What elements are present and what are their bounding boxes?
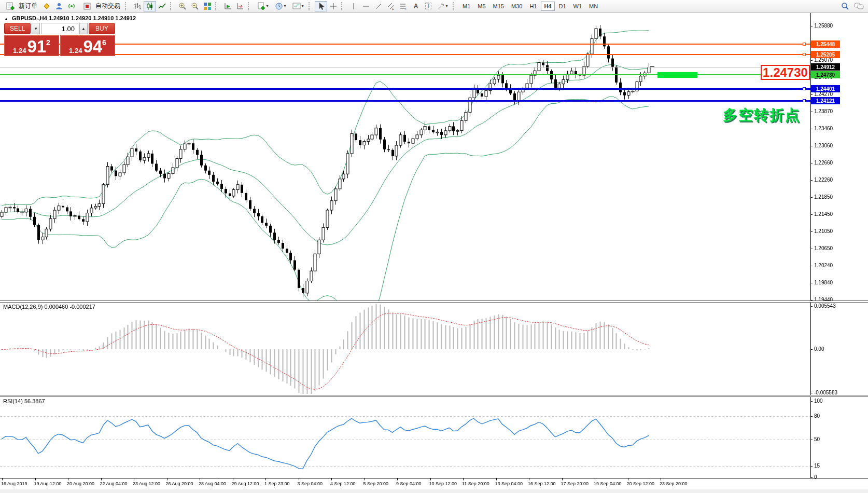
cursor-icon[interactable]	[315, 1, 327, 11]
ask-price-big: 94	[83, 39, 102, 54]
candlestick-chart-icon[interactable]	[144, 1, 156, 11]
time-axis-label: 16 Aug 2019	[1, 481, 27, 486]
tab-timeframe-H1[interactable]: H1	[526, 2, 540, 11]
price-tick-label: 1.23060	[814, 143, 833, 148]
svg-text:F: F	[405, 7, 407, 10]
bid-price-sup: 2	[46, 38, 50, 47]
tab-timeframe-M5[interactable]: M5	[474, 2, 488, 11]
rsi-axis-label: 80	[814, 413, 820, 419]
new-order-button[interactable]: 新订单	[1, 1, 40, 11]
tab-timeframe-W1[interactable]: W1	[570, 2, 585, 11]
tab-timeframe-M30[interactable]: M30	[508, 2, 525, 11]
bid-price-box[interactable]: 1.24 91 2	[4, 35, 59, 56]
periods-dropdown[interactable]: ▾	[272, 1, 289, 11]
auto-scroll-icon[interactable]	[221, 1, 234, 11]
fibonacci-icon[interactable]: F	[397, 1, 410, 11]
ask-price-box[interactable]: 1.24 94 6	[60, 35, 115, 56]
macd-axis-label: 0.00	[814, 346, 824, 352]
chart-profiles-icon[interactable]	[40, 1, 53, 11]
time-axis-label: 13 Sep 04:00	[495, 481, 523, 486]
symbol-period-label: GBPUSD-,H4	[12, 15, 47, 21]
tab-timeframe-H4[interactable]: H4	[541, 2, 554, 11]
price-line-badge: 1.25205	[811, 51, 840, 58]
arrows-dropdown[interactable]: ▾	[435, 1, 451, 11]
volume-input[interactable]	[41, 23, 78, 34]
time-axis-label: 20 Sep 12:00	[627, 481, 655, 486]
price-tick-label: 1.21050	[814, 228, 833, 234]
price-tick-label: 1.25880	[814, 23, 833, 29]
tile-windows-icon[interactable]	[201, 1, 214, 11]
rsi-label: RSI(14) 56.3867	[3, 398, 45, 404]
time-axis-label: 1 Sep 23:00	[264, 481, 290, 486]
tab-timeframe-D1[interactable]: D1	[556, 2, 569, 11]
time-axis-label: 26 Aug 20:00	[166, 481, 193, 486]
buy-button[interactable]: BUY	[89, 23, 115, 34]
time-axis-label: 9 Sep 04:00	[396, 481, 422, 486]
new-order-icon	[4, 1, 17, 11]
line-handle[interactable]	[803, 87, 806, 90]
price-tick-label: 1.23870	[814, 108, 833, 114]
vertical-line-icon[interactable]	[347, 1, 360, 11]
price-line-badge: 1.24730	[811, 71, 840, 78]
horizontal-line-icon[interactable]	[360, 1, 372, 11]
macd-label: MACD(12,26,9) 0.000460 -0.000217	[3, 304, 95, 310]
tab-timeframe-M15[interactable]: M15	[490, 2, 507, 11]
sell-button[interactable]: SELL	[4, 23, 31, 34]
time-axis-label: 16 Sep 12:00	[528, 481, 556, 486]
chart-title: ▲ GBPUSD-,H4 1.24910 1.24920 1.24910 1.2…	[4, 15, 136, 21]
macd-axis-label: -0.005583	[814, 390, 837, 395]
equidistant-channel-icon[interactable]: E	[385, 1, 397, 11]
text-label-icon[interactable]: T	[422, 1, 435, 11]
time-axis-label: 22 Aug 04:00	[100, 481, 128, 486]
line-chart-icon[interactable]	[156, 1, 169, 11]
chart-annotation-text[interactable]: 多空转折点	[723, 105, 801, 125]
time-axis-label: 4 Sep 12:00	[330, 481, 356, 486]
tab-timeframe-MN[interactable]: MN	[586, 2, 601, 11]
zoom-in-icon[interactable]	[176, 1, 189, 11]
volume-decrease-button[interactable]: ▼	[32, 23, 40, 34]
horizontal-line[interactable]	[0, 100, 810, 102]
line-handle[interactable]	[803, 43, 806, 46]
current-price-badge: 1.24912	[811, 63, 840, 71]
indicators-dropdown[interactable]: ▾	[289, 1, 307, 11]
text-icon[interactable]: A	[410, 1, 422, 11]
price-callout-box[interactable]: 1.24730	[761, 65, 810, 80]
tab-timeframe-M1[interactable]: M1	[459, 2, 473, 11]
price-tick-label: 1.22260	[814, 177, 833, 183]
toolbar-separator	[215, 2, 220, 10]
time-axis-label: 28 Aug 04:00	[199, 481, 226, 486]
price-tick-label: 1.21850	[814, 194, 833, 200]
price-line-badge: 1.24121	[811, 97, 840, 104]
highlight-zone[interactable]	[657, 72, 697, 78]
new-chart-dropdown[interactable]: ▾	[254, 1, 272, 11]
zoom-out-icon[interactable]	[189, 1, 201, 11]
search-icon[interactable]	[839, 1, 851, 11]
auto-trading-button[interactable]: 自动交易	[78, 1, 123, 11]
line-handle[interactable]	[803, 99, 806, 102]
timeframe-strip: M1M5M15M30H1H4D1W1MN	[459, 2, 601, 11]
trend-line-icon[interactable]	[372, 1, 385, 11]
horizontal-line[interactable]	[0, 88, 810, 90]
chat-icon[interactable]	[851, 1, 867, 11]
price-tick-label: 1.20240	[814, 263, 833, 268]
price-line-badge: 1.24401	[811, 85, 840, 92]
pane-separator[interactable]	[0, 300, 868, 303]
price-tick-label: 1.19840	[814, 280, 833, 285]
horizontal-line[interactable]	[0, 54, 810, 55]
bar-chart-icon[interactable]	[131, 1, 144, 11]
horizontal-line[interactable]	[0, 44, 810, 45]
price-tick-label: 1.22660	[814, 160, 833, 166]
volume-increase-button[interactable]: ▲	[79, 23, 88, 34]
ask-price-prefix: 1.24	[69, 47, 82, 54]
market-watch-icon[interactable]	[53, 1, 65, 11]
time-axis-label: 19 Aug 12:00	[34, 481, 62, 486]
bid-price-prefix: 1.24	[13, 47, 26, 54]
signals-icon[interactable]	[65, 1, 78, 11]
crosshair-icon[interactable]	[327, 1, 340, 11]
time-axis-label: 23 Sep 20:00	[660, 481, 688, 486]
chart-shift-icon[interactable]	[234, 1, 246, 11]
time-axis-label: 5 Sep 20:00	[363, 481, 389, 486]
collapse-arrow-icon[interactable]: ▲	[4, 17, 8, 21]
pane-separator[interactable]	[0, 395, 868, 397]
line-handle[interactable]	[803, 53, 806, 56]
